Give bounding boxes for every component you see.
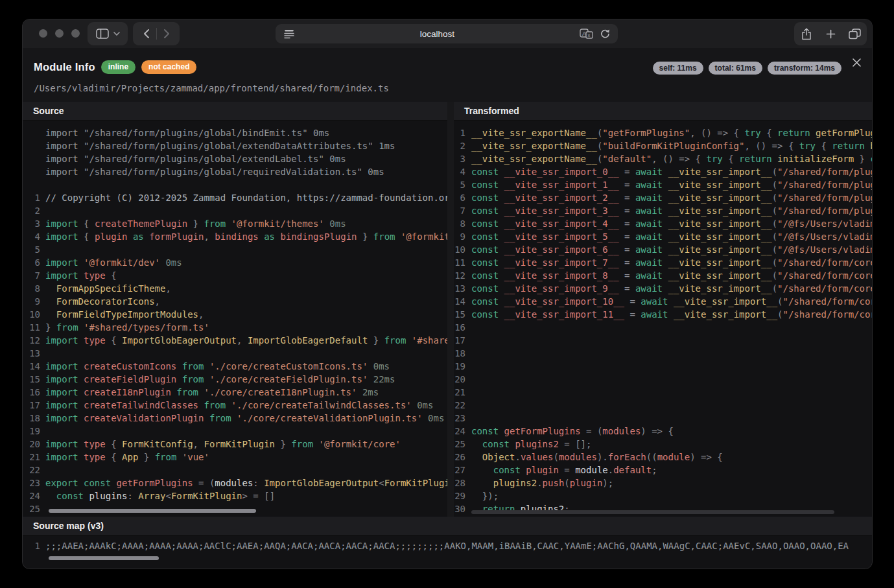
code-line: 1__vite_ssr_exportName__("getFormPlugins… [454,126,872,139]
code-line: 27 const plugin = module.default; [454,464,872,476]
line-number: 15 [454,308,471,321]
line-number: 11 [454,256,471,269]
code-text: import createTailwindClasses from './cor… [45,399,433,412]
code-text: const __vite_ssr_import_6__ = await __vi… [471,243,872,256]
line-number: 13 [23,347,45,360]
line-number: 1 [454,126,471,139]
code-line: 8const __vite_ssr_import_4__ = await __v… [454,217,872,230]
sourcemap-code-area[interactable]: 1;;;AAEA;AAAkC;AAAA;AAAA;AAAA;AAClC;AAEA… [23,535,872,569]
window-controls [39,29,88,38]
code-line: 6import '@formkit/dev' 0ms [23,256,447,269]
line-number: 4 [23,230,45,243]
code-line: 16 [454,321,872,334]
share-button[interactable] [795,22,819,45]
line-number: 25 [454,438,471,451]
close-window-button[interactable] [39,29,47,38]
sidebar-icon [96,29,109,39]
code-line: 20import type { FormKitConfig, FormKitPl… [23,438,447,451]
line-number: 3 [23,217,45,230]
code-line: import "/shared/form/plugins/global/exte… [23,139,447,152]
address-bar[interactable]: localhost A x [276,24,618,43]
line-number: 24 [454,425,471,438]
code-line: 12const __vite_ssr_import_8__ = await __… [454,269,872,282]
page-title: Module Info [34,61,95,73]
line-number: 19 [454,360,471,373]
code-line: 1;;;AAEA;AAAkC;AAAA;AAAA;AAAA;AAClC;AAEA… [23,539,872,552]
code-line: 17import createTailwindClasses from './c… [23,399,447,412]
code-line: 18 [454,347,872,360]
code-line: 24 const plugins: Array<FormKitPlugin> =… [23,489,447,502]
nav-buttons [133,22,180,45]
line-number: 11 [23,321,45,334]
line-number: 8 [23,282,45,295]
code-text: const plugin = module.default; [471,464,657,476]
line-number: 21 [454,386,471,399]
code-text: import { createThemePlugin } from '@form… [45,217,346,230]
code-line: 8 FormAppSpecificTheme, [23,282,447,295]
line-number: 24 [23,489,45,502]
code-line: 21import type { App } from 'vue' [23,451,447,464]
code-text: const __vite_ssr_import_9__ = await __vi… [471,282,872,295]
line-number: 7 [23,269,45,282]
line-number: 18 [23,412,45,425]
code-line: 10 FormFieldTypeImportModules, [23,308,447,321]
tab-overview-button[interactable] [843,22,867,45]
line-number: 13 [454,282,471,295]
line-number [23,126,45,139]
minimize-window-button[interactable] [55,29,64,38]
code-text: import type { [45,269,117,282]
code-text: } from '#shared/types/form.ts' [45,321,209,334]
code-line: 22 [454,399,872,412]
code-text: const __vite_ssr_import_1__ = await __vi… [471,178,872,191]
code-line: 17 [454,334,872,347]
line-number: 16 [23,386,45,399]
code-line: 24const getFormPlugins = (modules) => { [454,425,872,438]
line-number: 20 [454,373,471,386]
close-button[interactable] [849,55,864,69]
code-text: const __vite_ssr_import_8__ = await __vi… [471,269,872,282]
code-line: 14const __vite_ssr_import_10__ = await _… [454,295,872,308]
source-horizontal-scrollbar[interactable] [49,509,256,513]
code-text: const __vite_ssr_import_3__ = await __vi… [471,204,872,217]
sidebar-toggle-button[interactable] [88,22,128,45]
code-text: import type { FormKitConfig, FormKitPlug… [45,438,401,451]
self-time-badge: self: 11ms [653,62,703,75]
code-text: FormFieldTypeImportModules, [45,308,204,321]
sourcemap-horizontal-scrollbar[interactable] [49,556,159,560]
translate-icon[interactable]: A x [580,29,593,40]
reload-icon[interactable] [600,29,610,39]
transformed-panel-title: Transformed [454,102,872,121]
line-number: 5 [454,178,471,191]
code-text: const __vite_ssr_import_5__ = await __vi… [471,230,872,243]
code-line: 5 [23,243,447,256]
code-line: 20 [454,373,872,386]
code-line: 29 }); [454,489,872,502]
new-tab-button[interactable] [819,22,843,45]
line-number: 14 [23,360,45,373]
source-code-area[interactable]: import "/shared/form/plugins/global/bind… [23,121,447,517]
line-number: 30 [454,502,471,515]
code-line: 3import { createThemePlugin } from '@for… [23,217,447,230]
line-number: 26 [454,451,471,464]
code-text: __vite_ssr_exportName__("default", () =>… [471,152,872,165]
code-line: 3__vite_ssr_exportName__("default", () =… [454,152,872,165]
code-text: import type { ImportGlobEagerOutput, Imp… [45,334,447,347]
code-line: 23export const getFormPlugins = (modules… [23,476,447,489]
share-icon [801,28,812,40]
back-button[interactable] [143,29,150,39]
forward-button[interactable] [163,29,170,39]
zoom-window-button[interactable] [71,29,80,38]
code-line: 10const __vite_ssr_import_6__ = await __… [454,243,872,256]
code-line: 28 plugins2.push(plugin); [454,476,872,489]
transformed-code-area[interactable]: 1__vite_ssr_exportName__("getFormPlugins… [454,121,872,517]
reader-icon[interactable] [283,29,295,39]
code-line: 18import createValidationPlugin from './… [23,412,447,425]
code-line: 4import { plugin as formPlugin, bindings… [23,230,447,243]
code-line: 23 [454,412,872,425]
code-text: import '@formkit/dev' 0ms [45,256,182,269]
transformed-panel: Transformed 1__vite_ssr_exportName__("ge… [454,102,872,517]
line-number: 9 [23,295,45,308]
line-number: 3 [454,152,471,165]
transformed-horizontal-scrollbar[interactable] [471,510,834,514]
code-text: const __vite_ssr_import_2__ = await __vi… [471,191,872,204]
